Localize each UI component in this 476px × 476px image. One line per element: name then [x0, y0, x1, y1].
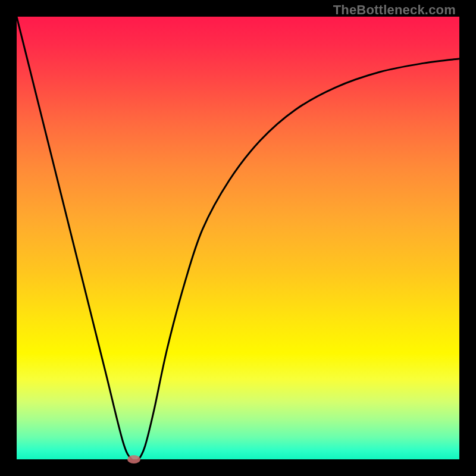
chart-frame — [17, 17, 459, 459]
curve-path — [17, 17, 459, 459]
minimum-marker-icon — [127, 455, 140, 464]
bottleneck-curve — [17, 17, 459, 459]
watermark-label: TheBottleneck.com — [333, 2, 456, 18]
